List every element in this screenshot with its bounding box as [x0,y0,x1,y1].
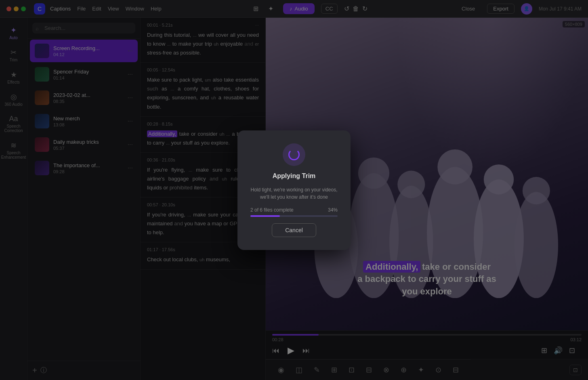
modal-progress-row: 2 of 6 files complete 34% [250,207,338,213]
modal-spinner [283,143,305,166]
modal-progress-wrap: 2 of 6 files complete 34% [250,207,338,217]
modal-progress-bar [250,215,338,217]
modal-subtitle: Hold tight, we're working on your videos… [250,186,338,201]
applying-trim-modal: Applying Trim Hold tight, we're working … [237,130,351,250]
progress-percent: 34% [328,207,338,213]
modal-overlay: Applying Trim Hold tight, we're working … [0,0,588,380]
modal-progress-fill [250,215,280,217]
modal-title: Applying Trim [273,172,316,180]
spinner-animation [288,149,300,160]
progress-text: 2 of 6 files complete [250,207,294,213]
cancel-button[interactable]: Cancel [272,223,316,237]
